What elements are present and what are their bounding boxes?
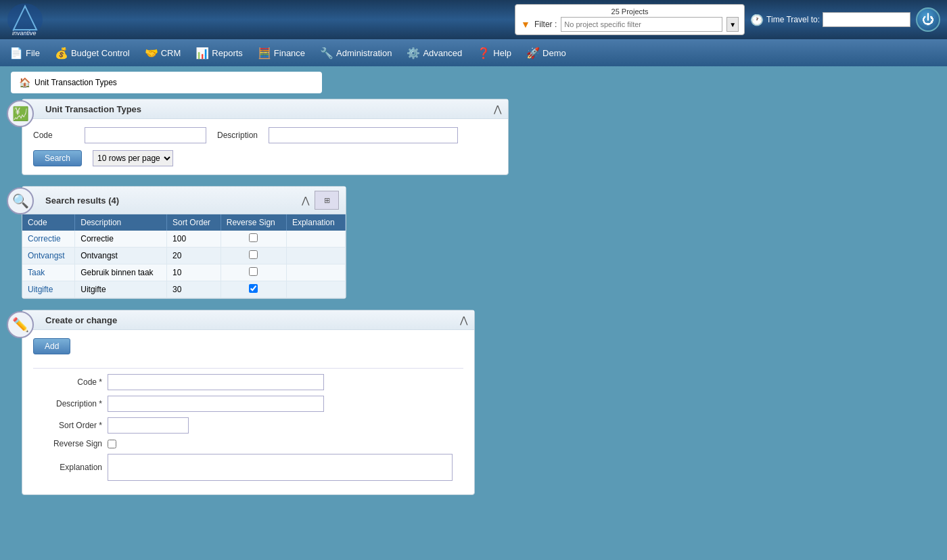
col-header-description: Description (75, 214, 167, 231)
cell-reverse-sign (221, 248, 286, 264)
projects-count: 25 Projects (521, 7, 739, 16)
nav-label-finance: Finance (274, 48, 305, 58)
reverse-sign-checkbox[interactable] (249, 250, 258, 259)
svg-text:invantive: invantive (12, 30, 37, 37)
nav-label-administration: Administration (336, 48, 392, 58)
nav-label-reports: Reports (212, 48, 243, 58)
col-header-reverse-sign: Reverse Sign (221, 214, 286, 231)
results-table: Code Description Sort Order Reverse Sign… (22, 214, 346, 298)
rows-per-page-select[interactable]: 10 rows per page 25 rows per page 50 row… (93, 150, 173, 166)
reverse-sign-label: Reverse Sign (33, 439, 108, 448)
top-right-controls: 25 Projects ▼ Filter : ▼ 🕐 Time Travel t… (515, 4, 940, 35)
results-panel-extra-button[interactable]: ⊞ (315, 191, 339, 210)
reverse-sign-checkbox[interactable] (249, 233, 258, 242)
cell-code: Ontvangst (22, 248, 75, 264)
main-content: 🏠 Unit Transaction Types 💹 Unit Transact… (0, 72, 947, 511)
nav-label-file: File (26, 48, 40, 58)
cell-sort-order: 10 (167, 264, 221, 281)
create-panel-collapse-button[interactable]: ⋀ (460, 314, 467, 325)
cell-sort-order: 30 (167, 281, 221, 298)
description-field[interactable] (108, 396, 324, 412)
nav-item-administration[interactable]: 🔧 Administration (313, 41, 398, 64)
code-field[interactable] (108, 374, 324, 390)
search-panel-icon: 💹 (7, 100, 34, 127)
cell-explanation (286, 264, 345, 281)
time-travel-icon: 🕐 (750, 14, 764, 26)
sort-order-form-row: Sort Order * (33, 417, 463, 434)
create-panel-body: Add Code * Description * Sort Order * Re… (22, 330, 474, 494)
reverse-sign-checkbox[interactable] (249, 267, 258, 276)
sort-order-field[interactable] (108, 417, 189, 434)
sort-order-required-label: Sort Order * (33, 421, 108, 430)
code-form-row: Code * (33, 374, 463, 390)
breadcrumb-text: Unit Transaction Types (34, 78, 117, 87)
create-panel-header: Create or change ⋀ (22, 310, 474, 330)
nav-item-file[interactable]: 📄 File (3, 41, 47, 64)
reports-icon: 📊 (195, 47, 209, 60)
nav-item-advanced[interactable]: ⚙️ Advanced (400, 41, 469, 64)
table-row: Uitgifte Uitgifte 30 (22, 281, 346, 298)
results-panel-collapse-button[interactable]: ⋀ (302, 195, 309, 206)
cell-description: Ontvangst (75, 248, 167, 264)
code-link-taak[interactable]: Taak (28, 268, 45, 277)
home-icon: 🏠 (19, 77, 30, 88)
code-required-label: Code * (33, 377, 108, 387)
projects-inner: ▼ Filter : ▼ (521, 17, 739, 32)
description-form-row: Description * (33, 396, 463, 412)
nav-item-help[interactable]: ❓ Help (470, 41, 518, 64)
nav-item-demo[interactable]: 🚀 Demo (519, 41, 573, 64)
power-button[interactable]: ⏻ (916, 7, 940, 32)
reverse-sign-field[interactable] (108, 440, 116, 448)
results-table-body: Correctie Correctie 100 Ontvangst Ontvan… (22, 231, 346, 298)
time-travel-input[interactable] (823, 12, 910, 27)
col-header-explanation: Explanation (286, 214, 345, 231)
search-form-row-2: Search 10 rows per page 25 rows per page… (33, 150, 497, 166)
breadcrumb: 🏠 Unit Transaction Types (11, 72, 322, 93)
nav-item-crm[interactable]: 🤝 CRM (138, 41, 188, 64)
nav-label-advanced: Advanced (423, 48, 462, 58)
table-row: Taak Gebruik binnen taak 10 (22, 264, 346, 281)
cell-description: Correctie (75, 231, 167, 248)
add-button[interactable]: Add (33, 338, 70, 354)
code-link-uitgifte[interactable]: Uitgifte (28, 285, 53, 294)
budget-icon: 💰 (55, 47, 68, 60)
description-label: Description (217, 131, 258, 140)
administration-icon: 🔧 (320, 47, 333, 60)
search-panel-header: Unit Transaction Types ⋀ (22, 99, 508, 119)
explanation-field[interactable] (108, 454, 453, 481)
top-bar: invantive 25 Projects ▼ Filter : ▼ 🕐 Tim… (0, 0, 947, 39)
search-panel-collapse-button[interactable]: ⋀ (494, 103, 501, 114)
table-row: Ontvangst Ontvangst 20 (22, 248, 346, 264)
filter-dropdown-button[interactable]: ▼ (726, 17, 739, 32)
code-label: Code (33, 131, 74, 140)
time-travel-area: 🕐 Time Travel to: (750, 12, 910, 27)
cell-reverse-sign (221, 231, 286, 248)
code-input[interactable] (85, 127, 206, 143)
create-panel-icon: ✏️ (7, 311, 34, 338)
cell-code: Correctie (22, 231, 75, 248)
results-panel-wrapper: 🔍 Search results (4) ⋀ ⊞ Code Descriptio… (22, 186, 942, 299)
create-panel-title: Create or change (45, 315, 460, 325)
nav-label-help: Help (493, 48, 511, 58)
filter-input[interactable] (561, 17, 722, 32)
filter-label: Filter : (534, 20, 557, 29)
nav-item-finance[interactable]: 🧮 Finance (251, 41, 312, 64)
explanation-form-row: Explanation (33, 454, 463, 481)
cell-description: Gebruik binnen taak (75, 264, 167, 281)
cell-explanation (286, 231, 345, 248)
results-table-header: Code Description Sort Order Reverse Sign… (22, 214, 346, 231)
code-link-ontvangst[interactable]: Ontvangst (28, 251, 65, 260)
code-link-correctie[interactable]: Correctie (28, 234, 61, 243)
reverse-sign-checkbox-uitgifte[interactable] (249, 284, 258, 293)
filter-icon: ▼ (521, 19, 530, 30)
search-panel-wrapper: 💹 Unit Transaction Types ⋀ Code Descript… (22, 99, 942, 175)
results-panel-title: Search results (4) (45, 195, 302, 206)
description-input[interactable] (269, 127, 458, 143)
results-panel-header: Search results (4) ⋀ ⊞ (22, 187, 346, 214)
help-icon: ❓ (477, 47, 490, 60)
nav-item-reports[interactable]: 📊 Reports (189, 41, 250, 64)
advanced-icon: ⚙️ (407, 47, 420, 60)
nav-item-budget-control[interactable]: 💰 Budget Control (48, 41, 137, 64)
search-button[interactable]: Search (33, 150, 82, 166)
search-form-row-1: Code Description (33, 127, 497, 143)
